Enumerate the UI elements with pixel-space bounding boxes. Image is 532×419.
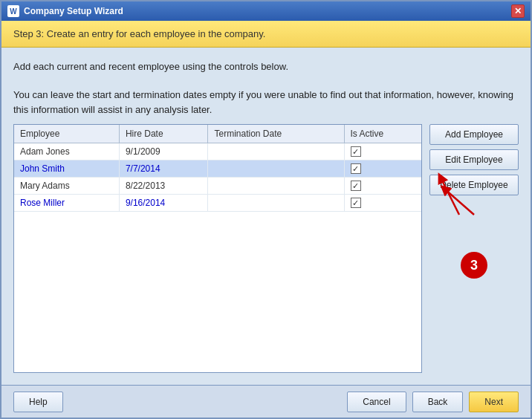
table-section: Employee Hire Date Termination Date Is A… (13, 124, 519, 373)
col-termination-date: Termination Date (208, 125, 344, 143)
table-row[interactable]: Rose Miller9/16/2014✓ (14, 195, 421, 212)
title-bar-left: W Company Setup Wizard (7, 5, 123, 17)
svg-line-0 (441, 178, 459, 215)
close-button[interactable]: ✕ (511, 4, 525, 18)
table-row[interactable]: Mary Adams8/22/2013✓ (14, 178, 421, 195)
hire-date-cell: 7/7/2014 (119, 160, 208, 178)
hire-date-cell: 9/16/2014 (119, 195, 208, 212)
is-active-checkbox[interactable]: ✓ (351, 198, 361, 208)
table-row[interactable]: Adam Jones9/1/2009✓ (14, 143, 421, 160)
annotation-number: 3 (461, 252, 487, 279)
action-buttons-panel: Add Employee Edit Employee Delete Employ… (429, 124, 519, 373)
hire-date-cell: 8/22/2013 (119, 178, 208, 195)
is-active-cell[interactable]: ✓ (344, 160, 421, 178)
employee-table: Employee Hire Date Termination Date Is A… (14, 125, 421, 212)
help-button[interactable]: Help (13, 392, 63, 412)
step-banner: Step 3: Create an entry for each employe… (1, 21, 531, 48)
termination-date-cell (208, 160, 344, 178)
employee-name-cell: Adam Jones (14, 143, 119, 160)
description-line2: You can leave the start and termination … (13, 88, 519, 117)
hire-date-cell: 9/1/2009 (119, 143, 208, 160)
employee-name-cell: Rose Miller (14, 195, 119, 212)
main-window: W Company Setup Wizard ✕ Step 3: Create … (0, 0, 532, 419)
col-is-active: Is Active (344, 125, 421, 143)
next-button[interactable]: Next (469, 392, 519, 412)
employee-table-container[interactable]: Employee Hire Date Termination Date Is A… (13, 124, 422, 373)
termination-date-cell (208, 143, 344, 160)
is-active-cell[interactable]: ✓ (344, 178, 421, 195)
footer: Help Cancel Back Next (1, 385, 531, 418)
step-text: Step 3: Create an entry for each employe… (13, 28, 265, 39)
termination-date-cell (208, 195, 344, 212)
table-header-row: Employee Hire Date Termination Date Is A… (14, 125, 421, 143)
is-active-cell[interactable]: ✓ (344, 143, 421, 160)
annotation-arrows (437, 163, 511, 222)
window-title: Company Setup Wizard (24, 6, 123, 16)
add-employee-button[interactable]: Add Employee (429, 124, 519, 145)
is-active-checkbox[interactable]: ✓ (351, 181, 361, 191)
table-row[interactable]: John Smith7/7/2014✓ (14, 160, 421, 178)
employee-name-cell: Mary Adams (14, 178, 119, 195)
col-hire-date: Hire Date (119, 125, 208, 143)
cancel-button[interactable]: Cancel (347, 392, 406, 412)
title-bar: W Company Setup Wizard ✕ (1, 1, 531, 21)
termination-date-cell (208, 178, 344, 195)
description-block: Add each current and recent employee usi… (13, 59, 519, 117)
is-active-checkbox[interactable]: ✓ (351, 146, 361, 157)
back-button[interactable]: Back (412, 392, 464, 412)
main-content: Add each current and recent employee usi… (1, 48, 531, 385)
svg-line-1 (444, 189, 474, 215)
window-icon: W (7, 5, 19, 17)
footer-nav-buttons: Cancel Back Next (347, 392, 519, 412)
is-active-checkbox[interactable]: ✓ (351, 163, 361, 174)
col-employee: Employee (14, 125, 119, 143)
is-active-cell[interactable]: ✓ (344, 195, 421, 212)
description-line1: Add each current and recent employee usi… (13, 59, 519, 74)
employee-name-cell: John Smith (14, 160, 119, 178)
annotation-area: 3 (429, 244, 519, 279)
